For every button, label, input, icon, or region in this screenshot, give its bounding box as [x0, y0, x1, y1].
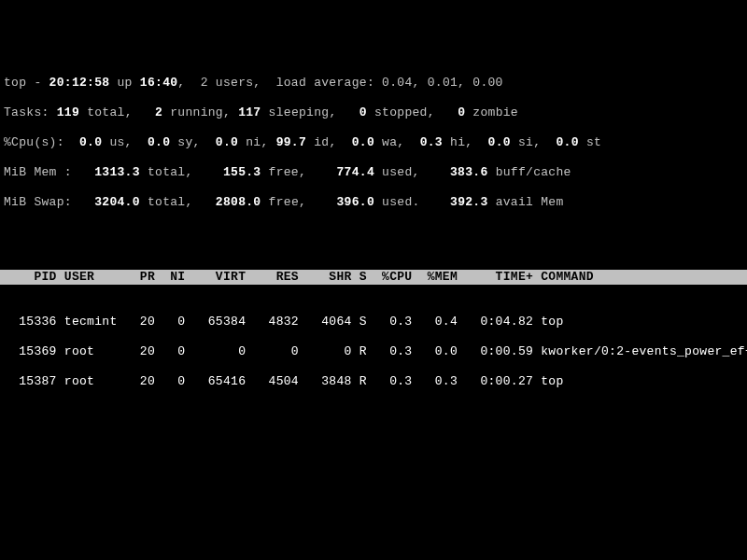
summary-block: top - 20:12:58 up 16:40, 2 users, load a… [0, 60, 747, 255]
summary-line-mem: MiB Mem : 1313.3 total, 155.3 free, 774.… [4, 165, 743, 180]
summary-line-tasks: Tasks: 119 total, 2 running, 117 sleepin… [4, 105, 743, 120]
table-row[interactable]: 15369 root 20 0 0 0 0 R 0.3 0.0 0:00.59 … [4, 344, 743, 359]
blank-line [4, 225, 743, 240]
process-table-header[interactable]: PID USER PR NI VIRT RES SHR S %CPU %MEM … [0, 270, 747, 285]
summary-line-uptime: top - 20:12:58 up 16:40, 2 users, load a… [4, 76, 743, 91]
table-row[interactable]: 15336 tecmint 20 0 65384 4832 4064 S 0.3… [4, 315, 743, 329]
summary-line-swap: MiB Swap: 3204.0 total, 2808.0 free, 396… [4, 195, 743, 210]
summary-line-cpu: %Cpu(s): 0.0 us, 0.0 sy, 0.0 ni, 99.7 id… [4, 135, 743, 150]
table-row[interactable]: 15387 root 20 0 65416 4504 3848 R 0.3 0.… [4, 374, 743, 389]
process-table-body[interactable]: 15336 tecmint 20 0 65384 4832 4064 S 0.3… [0, 300, 747, 404]
